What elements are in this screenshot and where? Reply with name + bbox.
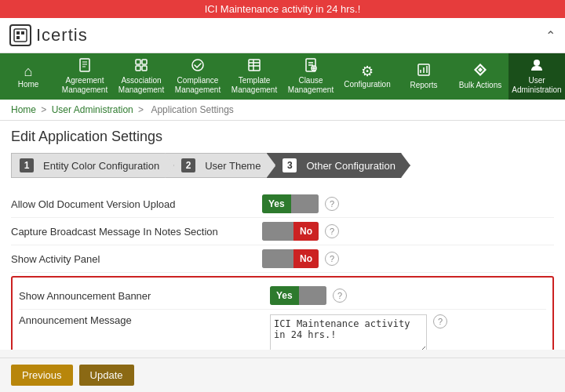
capture-broadcast-toggle[interactable]: No <box>262 222 319 241</box>
nav-item-user-administration[interactable]: User Administration <box>508 53 565 100</box>
template-icon <box>247 58 261 74</box>
svg-point-30 <box>534 60 540 66</box>
field-allow-old-doc: Allow Old Document Version Upload Yes ? <box>11 191 554 218</box>
toggle-yes-label: Yes <box>262 194 291 213</box>
breadcrumb-user-admin[interactable]: User Administration <box>52 104 133 115</box>
tab-label-2: User Theme <box>205 160 261 172</box>
collapse-button[interactable]: ⌃ <box>545 28 556 43</box>
toggle-yes-announcement: Yes <box>270 286 299 305</box>
nav-label-reports: Reports <box>410 81 437 90</box>
nav-item-configuration[interactable]: ⚙ Configuration <box>339 53 396 100</box>
svg-rect-3 <box>16 36 20 39</box>
capture-broadcast-control: No ? <box>262 222 339 241</box>
announcement-message-textarea[interactable] <box>270 314 427 350</box>
allow-old-doc-control: Yes ? <box>262 194 339 213</box>
svg-rect-11 <box>142 66 147 71</box>
svg-rect-10 <box>136 66 140 71</box>
nav-label-user-administration: User Administration <box>512 76 562 95</box>
header: Icertis ⌃ <box>0 18 565 53</box>
tab-entity-color[interactable]: 1 Entity Color Configuration <box>11 153 174 178</box>
svg-rect-2 <box>21 31 24 34</box>
toggle-slider <box>291 194 319 213</box>
logo-icon <box>9 24 31 46</box>
breadcrumb-home[interactable]: Home <box>11 104 36 115</box>
show-activity-toggle[interactable]: No <box>262 249 319 268</box>
toggle-no-label: No <box>293 222 319 241</box>
svg-rect-13 <box>249 60 260 71</box>
tabs-container: 1 Entity Color Configuration 2 User Them… <box>11 153 554 178</box>
announcement-text: ICI Maintenance activity in 24 hrs.! <box>205 3 361 15</box>
svg-point-12 <box>192 60 203 71</box>
show-announcement-control: Yes ? <box>270 286 347 305</box>
agreement-icon <box>78 58 92 74</box>
breadcrumb-current: Application Settings <box>151 104 233 115</box>
tab-number-1: 1 <box>20 158 34 172</box>
allow-old-doc-help[interactable]: ? <box>325 197 339 211</box>
field-announcement-message: Announcement Message ? <box>19 310 546 350</box>
svg-rect-1 <box>16 31 20 34</box>
toggle-no-activity: No <box>293 249 319 268</box>
breadcrumb-separator-1: > <box>41 104 49 115</box>
page-title: Edit Application Settings <box>11 129 554 145</box>
reports-icon <box>417 63 431 79</box>
svg-rect-4 <box>80 59 89 71</box>
nav-label-configuration: Configuration <box>344 80 390 89</box>
tab-label-1: Entity Color Configuration <box>43 160 159 172</box>
nav-item-reports[interactable]: Reports <box>396 53 452 100</box>
nav-item-compliance-management[interactable]: Compliance Management <box>170 53 226 100</box>
previous-button[interactable]: Previous <box>11 365 73 386</box>
nav-label-home: Home <box>18 80 39 89</box>
nav-item-agreement-management[interactable]: Agreement Management <box>56 53 113 100</box>
announcement-message-control: ? <box>270 314 447 350</box>
tab-user-theme[interactable]: 2 User Theme <box>165 153 275 178</box>
user-admin-icon <box>530 58 544 74</box>
clause-icon <box>304 58 318 74</box>
svg-rect-8 <box>136 60 140 64</box>
tab-label-3: Other Configuration <box>306 160 395 172</box>
nav-label-clause: Clause Management <box>286 76 336 95</box>
nav-label-bulk-actions: Bulk Actions <box>459 81 501 90</box>
field-show-announcement: Show Announcement Banner Yes ? <box>19 282 546 310</box>
nav-label-template: Template Management <box>229 76 279 95</box>
nav-item-association-management[interactable]: Association Management <box>113 53 170 100</box>
highlighted-section: Show Announcement Banner Yes ? Announcem… <box>11 276 554 350</box>
svg-rect-9 <box>142 60 147 64</box>
announcement-message-help[interactable]: ? <box>433 314 447 328</box>
tab-number-2: 2 <box>181 158 195 172</box>
nav-item-template-management[interactable]: Template Management <box>226 53 282 100</box>
update-button[interactable]: Update <box>79 365 134 386</box>
nav-label-agreement: Agreement Management <box>60 76 110 95</box>
toggle-slider-activity <box>262 249 293 268</box>
allow-old-doc-label: Allow Old Document Version Upload <box>11 198 262 210</box>
nav-item-bulk-actions[interactable]: Bulk Actions <box>452 53 508 100</box>
announcement-message-label: Announcement Message <box>19 314 270 326</box>
svg-rect-0 <box>14 29 27 42</box>
show-activity-label: Show Activity Panel <box>11 253 262 265</box>
toggle-slider-announcement <box>299 286 326 305</box>
compliance-icon <box>191 58 205 74</box>
show-activity-control: No ? <box>262 249 339 268</box>
breadcrumb-separator-2: > <box>138 104 146 115</box>
bulk-actions-icon <box>473 63 487 79</box>
logo-container: Icertis <box>9 24 88 46</box>
nav-label-association: Association Management <box>116 76 166 95</box>
nav-bar: ⌂ Home Agreement Management Association … <box>0 53 565 100</box>
capture-broadcast-label: Capture Broadcast Message In Notes Secti… <box>11 226 262 238</box>
show-announcement-toggle[interactable]: Yes <box>270 286 326 305</box>
logo-text: Icertis <box>36 25 88 45</box>
main-content: Edit Application Settings 1 Entity Color… <box>0 121 565 350</box>
show-activity-help[interactable]: ? <box>325 252 339 266</box>
tab-number-3: 3 <box>282 158 297 172</box>
allow-old-doc-toggle[interactable]: Yes <box>262 194 319 213</box>
capture-broadcast-help[interactable]: ? <box>325 224 339 238</box>
nav-item-home[interactable]: ⌂ Home <box>0 53 56 100</box>
show-announcement-help[interactable]: ? <box>333 289 347 303</box>
toggle-slider-left <box>262 222 293 241</box>
config-icon: ⚙ <box>361 64 374 78</box>
nav-label-compliance: Compliance Management <box>173 76 223 95</box>
nav-item-clause-management[interactable]: Clause Management <box>282 53 339 100</box>
tab-other-config[interactable]: 3 Other Configuration <box>266 153 410 178</box>
field-show-activity: Show Activity Panel No ? <box>11 245 554 273</box>
announcement-banner: ICI Maintenance activity in 24 hrs.! <box>0 0 565 18</box>
field-capture-broadcast: Capture Broadcast Message In Notes Secti… <box>11 218 554 245</box>
